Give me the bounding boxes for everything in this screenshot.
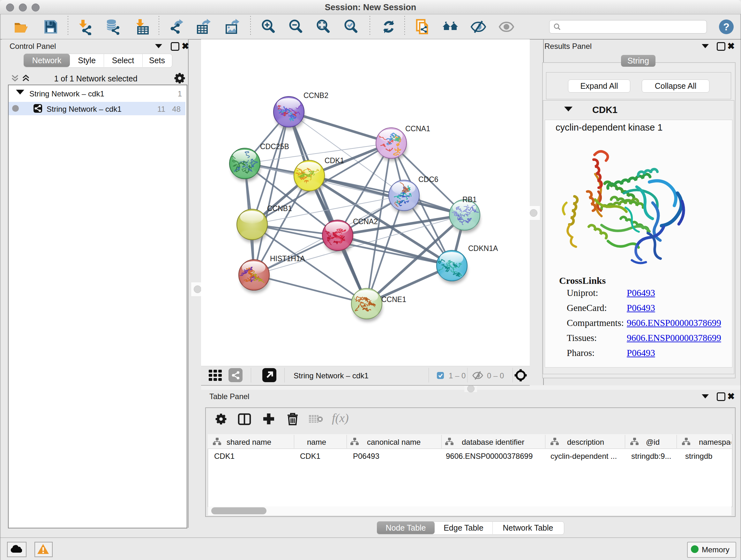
- svg-text:CCNA1: CCNA1: [405, 125, 430, 133]
- svg-text:HIST1H1A: HIST1H1A: [270, 254, 306, 263]
- svg-text:CDKN1A: CDKN1A: [468, 244, 498, 253]
- svg-text:CCNE1: CCNE1: [381, 295, 406, 304]
- svg-text:CDK1: CDK1: [325, 157, 344, 165]
- svg-text:CCNB1: CCNB1: [267, 204, 292, 212]
- svg-text:CCNA2: CCNA2: [353, 217, 378, 226]
- svg-text:CDC25B: CDC25B: [260, 142, 289, 151]
- svg-text:CCNB2: CCNB2: [304, 91, 328, 100]
- svg-text:RB1: RB1: [462, 195, 477, 204]
- svg-text:CDC6: CDC6: [418, 175, 439, 184]
